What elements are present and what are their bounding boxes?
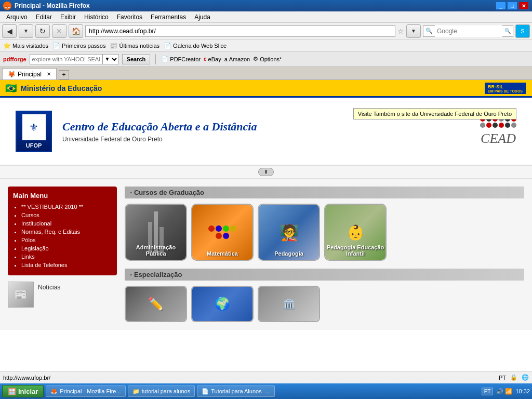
options-button[interactable]: ⚙ Options* bbox=[253, 56, 282, 62]
menu-historico[interactable]: Histórico bbox=[80, 12, 113, 22]
bookmark-ultimas-noticias[interactable]: 📰 Últimas notícias bbox=[110, 42, 159, 49]
yahoo-search-box: ▼ bbox=[30, 54, 119, 64]
menu-link-links[interactable]: Links bbox=[21, 254, 35, 260]
menu-editar[interactable]: Editar bbox=[32, 12, 56, 22]
menu-item-normas[interactable]: Normas, Req. e Editais bbox=[21, 229, 112, 235]
statusbar: http://www.ufop.br/ PT 🔒 🌐 bbox=[0, 371, 532, 383]
menu-link-vestibular[interactable]: ** VESTIBULAR 2010 ** bbox=[21, 204, 83, 210]
course-label-ped: Pedagogia bbox=[259, 249, 319, 258]
mec-title: Ministério da Educação bbox=[21, 84, 102, 92]
skype-icon[interactable]: S bbox=[515, 24, 530, 38]
news-thumbnail: 📰 bbox=[8, 282, 34, 308]
menu-item-telefones[interactable]: Lista de Telefones bbox=[21, 262, 112, 268]
ebay-button[interactable]: e eBay bbox=[204, 56, 221, 62]
course-card-admin[interactable]: Administração Pública bbox=[125, 204, 187, 261]
main-content: - Cursos de Graduação bbox=[125, 187, 524, 322]
menu-link-institucional[interactable]: Institucional bbox=[21, 220, 51, 227]
scroll-button[interactable]: ⏸ bbox=[258, 168, 274, 176]
bookmark-star-button[interactable]: ▼ bbox=[406, 24, 421, 38]
bookmark-galeria[interactable]: 📄 Galeria do Web Slice bbox=[164, 42, 227, 49]
bookmarks-bar: ⭐ Mais visitados 📄 Primeiros passos 📰 Úl… bbox=[0, 39, 532, 52]
tooltip: Visite Também o site da Universidade Fed… bbox=[353, 108, 516, 119]
tab-principal[interactable]: 🦊 Principal ✕ bbox=[2, 68, 57, 79]
course-label-pedinfant: Pedagogia Educação Infantil bbox=[325, 243, 385, 258]
tab-close-icon[interactable]: ✕ bbox=[47, 71, 51, 77]
bookmark-star-icon[interactable]: ☆ bbox=[397, 27, 404, 35]
menu-link-telefones[interactable]: Lista de Telefones bbox=[21, 262, 67, 268]
tab-bar: 🦊 Principal ✕ + bbox=[0, 66, 532, 80]
gallery-icon: 📄 bbox=[164, 42, 171, 49]
mec-bar: 🇧🇷 Ministério da Educação BR▪SIL UM PAÍS… bbox=[0, 80, 532, 98]
brasil-logo: BR▪SIL UM PAÍS DE TODOS bbox=[484, 82, 527, 95]
home-button[interactable]: 🏠 bbox=[69, 24, 83, 38]
sidebar: Main Menu ** VESTIBULAR 2010 ** Cursos I… bbox=[8, 187, 117, 322]
menu-item-links[interactable]: Links bbox=[21, 254, 112, 260]
bookmark-primeiros-passos[interactable]: 📄 Primeiros passos bbox=[52, 42, 105, 49]
page-icon: 📄 bbox=[52, 42, 60, 49]
back-button[interactable]: ◀ bbox=[2, 24, 17, 38]
pedagogy-icon: 🧑‍🏫 bbox=[280, 223, 299, 242]
menu-item-legislacao[interactable]: Legislação bbox=[21, 245, 112, 251]
spec-card-brasilia[interactable]: 🏛️ bbox=[258, 286, 320, 322]
course-label-admin: Administração Pública bbox=[126, 243, 186, 258]
menu-item-vestibular[interactable]: ** VESTIBULAR 2010 ** bbox=[21, 204, 112, 210]
menu-favoritos[interactable]: Favoritos bbox=[113, 12, 147, 22]
pdf-creator-button[interactable]: 📄 PDFCreator bbox=[161, 56, 201, 62]
main-menu-box: Main Menu ** VESTIBULAR 2010 ** Cursos I… bbox=[8, 187, 117, 275]
amazon-button[interactable]: a Amazon bbox=[224, 56, 250, 62]
course-card-ped[interactable]: 🧑‍🏫 Pedagogia bbox=[258, 204, 320, 261]
spec-card-bg: 🏛️ bbox=[259, 287, 319, 321]
addon-toolbar: pdfforge ▼ Search 📄 PDFCreator e eBay a … bbox=[0, 52, 532, 66]
search-submit-icon[interactable]: 🔍 bbox=[502, 28, 513, 34]
search-engine-icon: 🔍 bbox=[423, 28, 435, 34]
menu-item-polos[interactable]: Pólos bbox=[21, 237, 112, 243]
course-label-math: Matemática bbox=[192, 249, 252, 258]
yahoo-search-button[interactable]: Search bbox=[122, 54, 151, 64]
news-icon: 📰 bbox=[110, 42, 117, 49]
menu-link-legislacao[interactable]: Legislação bbox=[21, 245, 49, 251]
newspaper-icon: 📰 bbox=[15, 288, 28, 301]
menu-link-cursos[interactable]: Cursos bbox=[21, 212, 39, 218]
menu-item-cursos[interactable]: Cursos bbox=[21, 212, 112, 218]
address-bar[interactable] bbox=[85, 25, 395, 37]
menu-arquivo[interactable]: Arquivo bbox=[2, 12, 32, 22]
menu-exibir[interactable]: Exibir bbox=[56, 12, 80, 22]
spec-card-bg: 🌍 bbox=[192, 287, 252, 321]
stop-button[interactable]: ✕ bbox=[52, 24, 66, 38]
ebay-icon: e bbox=[204, 56, 207, 62]
menu-link-polos[interactable]: Pólos bbox=[21, 237, 36, 243]
navbar: ◀ ▼ ↻ ✕ 🏠 ☆ ▼ 🔍 🔍 S bbox=[0, 23, 532, 39]
tab-icon: 🦊 bbox=[8, 71, 16, 78]
menu-ferramentas[interactable]: Ferramentas bbox=[147, 12, 190, 22]
forward-dropdown[interactable]: ▼ bbox=[19, 24, 33, 38]
statusbar-right: PT 🔒 🌐 bbox=[499, 374, 529, 381]
news-label: Notícias bbox=[38, 284, 60, 291]
bookmark-mais-visitados[interactable]: ⭐ Mais visitados bbox=[3, 42, 48, 49]
menu-item-institucional[interactable]: Institucional bbox=[21, 220, 112, 227]
ufop-logo: ⚜ UFOP bbox=[16, 111, 52, 152]
site-container: 🇧🇷 Ministério da Educação BR▪SIL UM PAÍS… bbox=[0, 80, 532, 371]
spec-card-chalk[interactable]: ✏️ bbox=[125, 286, 187, 322]
star-icon: ⭐ bbox=[3, 42, 11, 49]
yahoo-search-input[interactable] bbox=[30, 54, 102, 64]
course-card-pedinfant[interactable]: 👶 Pedagogia Educação Infantil bbox=[324, 204, 387, 261]
minimize-button[interactable]: _ bbox=[496, 2, 506, 10]
mec-logo: 🇧🇷 Ministério da Educação bbox=[5, 83, 102, 94]
ufop-emblem-icon: ⚜ bbox=[29, 121, 38, 134]
google-search-input[interactable] bbox=[435, 25, 502, 37]
yahoo-search-select[interactable]: ▼ bbox=[102, 54, 119, 64]
restore-button[interactable]: □ bbox=[507, 2, 517, 10]
graduation-section-title: - Cursos de Graduação bbox=[125, 187, 524, 198]
menu-link-normas[interactable]: Normas, Req. e Editais bbox=[21, 229, 80, 235]
dot bbox=[486, 123, 491, 128]
pdfforge-logo: pdfforge bbox=[3, 56, 26, 62]
new-tab-button[interactable]: + bbox=[59, 70, 69, 79]
window-titlebar: 🦊 Principal - Mozilla Firefox _ □ ✕ bbox=[0, 0, 532, 11]
close-button[interactable]: ✕ bbox=[518, 2, 529, 10]
menu-ajuda[interactable]: Ajuda bbox=[190, 12, 215, 22]
course-card-math[interactable]: Matemática bbox=[191, 204, 254, 261]
reload-button[interactable]: ↻ bbox=[35, 24, 50, 38]
dot bbox=[499, 123, 504, 128]
spec-card-globe[interactable]: 🌍 bbox=[191, 286, 254, 322]
amazon-icon: a bbox=[224, 56, 228, 62]
